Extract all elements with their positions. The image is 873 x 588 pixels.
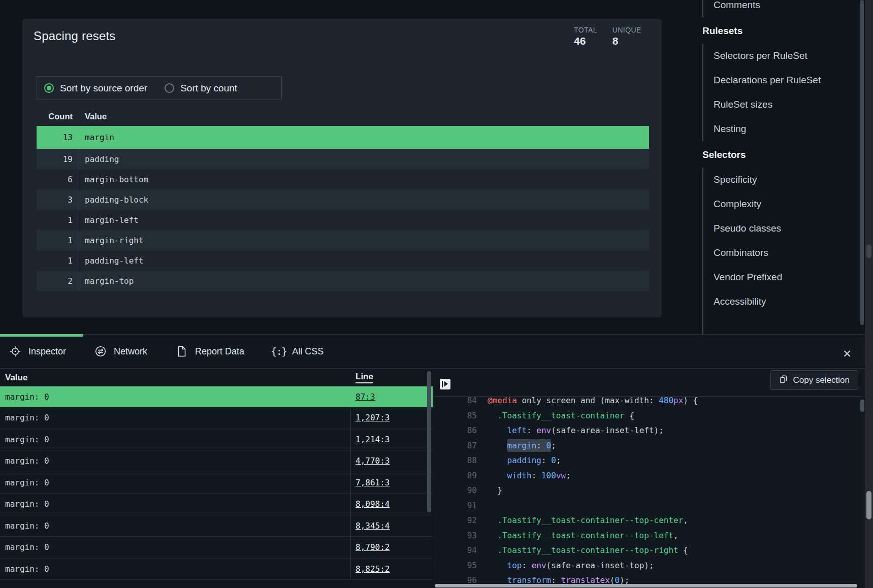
row-value: padding-block <box>73 195 148 205</box>
table-row[interactable]: 6margin-bottom <box>37 169 649 189</box>
tab-inspector[interactable]: Inspector <box>9 345 66 357</box>
sidebar-item-complexity[interactable]: Complexity <box>714 192 863 216</box>
code-token <box>488 471 507 480</box>
table-row[interactable]: margin: 07,861:3 <box>0 472 433 494</box>
sidebar-item-pseudo-classes[interactable]: Pseudo classes <box>714 216 863 241</box>
sidebar-item-specificity[interactable]: Specificity <box>714 168 863 192</box>
row-value: margin: 0 <box>0 478 49 487</box>
line-column-header[interactable]: Line <box>355 372 373 383</box>
value-table-scrollbar[interactable] <box>427 371 431 512</box>
table-row[interactable]: 1margin-left <box>37 210 649 230</box>
row-value: margin: 0 <box>0 521 49 531</box>
page-scrollbar[interactable] <box>865 0 873 588</box>
page-scrollbar-thumb[interactable] <box>866 491 871 519</box>
code-token: env <box>532 561 546 570</box>
value-column-header: Value <box>73 112 107 121</box>
table-row[interactable]: 1margin-right <box>37 230 649 250</box>
sidebar-item-accessibility[interactable]: Accessibility <box>714 289 863 314</box>
line-link[interactable]: 8,345:4 <box>355 521 390 531</box>
copy-icon <box>779 375 788 385</box>
code-token: ; <box>566 471 571 480</box>
code-text: @media only screen and (max-width: 480px… <box>477 397 698 408</box>
sidebar-group: SpecificityComplexityPseudo classesCombi… <box>702 168 863 334</box>
code-token: ; <box>556 455 561 465</box>
column-divider <box>350 515 351 537</box>
column-divider <box>79 169 79 189</box>
sidebar-item-comments[interactable]: Comments <box>714 0 863 17</box>
tab-network[interactable]: Network <box>94 345 147 357</box>
sidebar-item-selectors-per-ruleset[interactable]: Selectors per RuleSet <box>714 44 863 68</box>
table-row[interactable]: margin: 01,207:3 <box>0 407 433 429</box>
line-link[interactable]: 87:3 <box>355 392 375 402</box>
table-row[interactable]: margin: 04,770:3 <box>0 450 433 472</box>
sidebar-item-declarations-per-ruleset[interactable]: Declarations per RuleSet <box>714 68 863 92</box>
code-token: top <box>507 561 522 570</box>
line-link[interactable]: 8,790:2 <box>355 542 390 552</box>
row-count: 6 <box>37 175 73 184</box>
code-token: only screen and (max-width: <box>517 397 659 405</box>
spacing-table-header: Count Value <box>37 107 649 126</box>
code-token: , <box>683 515 688 525</box>
sidebar-scrollbar[interactable] <box>860 0 864 325</box>
code-token: 0 <box>546 439 552 452</box>
code-viewer[interactable]: 84@media only screen and (max-width: 480… <box>434 397 865 588</box>
table-row[interactable]: 2margin-top <box>37 271 649 291</box>
column-divider <box>350 407 351 429</box>
code-text: .Toastify__toast-container--top-right { <box>477 543 688 558</box>
code-text: } <box>477 483 502 498</box>
copy-selection-button[interactable]: Copy selection <box>770 370 858 390</box>
table-row[interactable]: 1padding-left <box>37 250 649 271</box>
tab-report-data[interactable]: Report Data <box>176 345 244 357</box>
table-row[interactable]: 19padding <box>37 149 649 169</box>
code-token: : <box>527 426 536 435</box>
line-link[interactable]: 4,770:3 <box>355 456 390 466</box>
tab-all-css[interactable]: {:}All CSS <box>273 345 324 357</box>
tab-label: All CSS <box>292 346 324 357</box>
line-link[interactable]: 1,207:3 <box>355 413 390 422</box>
sidebar-item-vendor-prefixed[interactable]: Vendor Prefixed <box>714 265 863 289</box>
code-token: ) { <box>683 397 698 405</box>
table-row[interactable]: margin: 087:3 <box>0 386 433 407</box>
code-horizontal-scrollbar[interactable] <box>435 584 857 587</box>
table-row[interactable]: margin: 01,214:3 <box>0 429 433 451</box>
section-header-rulesets: Rulesets <box>702 23 863 39</box>
table-row[interactable]: 13margin <box>37 126 649 149</box>
column-divider <box>79 189 79 210</box>
code-token: left <box>507 426 527 435</box>
sidebar-item-ruleset-sizes[interactable]: RuleSet sizes <box>714 92 863 117</box>
code-token <box>488 515 497 525</box>
column-divider <box>79 250 79 271</box>
line-link[interactable]: 8,825:2 <box>355 564 390 574</box>
code-vertical-scrollbar[interactable] <box>860 400 864 412</box>
code-token: @media <box>488 397 517 405</box>
code-token: .Toastify__toast-container <box>497 411 624 420</box>
code-token: { <box>678 545 688 555</box>
table-row[interactable]: margin: 08,825:2 <box>0 559 433 580</box>
expand-pane-icon[interactable] <box>440 379 450 389</box>
sort-radio[interactable]: Sort by count <box>165 83 237 94</box>
stat-value: 8 <box>612 35 641 47</box>
table-row[interactable]: margin: 08,345:4 <box>0 515 433 537</box>
value-column-header: Value <box>0 373 27 383</box>
page-scrollbar-thumb-upper[interactable] <box>866 245 871 258</box>
inspector-tabbar: InspectorNetworkReport Data{:}All CSS <box>0 334 865 369</box>
code-token: , <box>673 531 678 540</box>
sort-radio[interactable]: Sort by source order <box>44 83 147 94</box>
code-line: 85 .Toastify__toast-container { <box>434 408 865 423</box>
table-row[interactable]: margin: 08,790:2 <box>0 537 433 559</box>
code-token: 480 <box>659 397 673 405</box>
active-tab-indicator <box>0 334 83 337</box>
sidebar: CommentsRulesetsSelectors per RuleSetDec… <box>702 0 863 334</box>
code-token <box>488 531 497 540</box>
line-link[interactable]: 1,214:3 <box>355 435 390 444</box>
close-icon[interactable]: ✕ <box>840 347 854 361</box>
code-line: 84@media only screen and (max-width: 480… <box>434 397 865 408</box>
card-stats: TOTAL46UNIQUE8 <box>574 26 641 47</box>
row-count: 19 <box>37 154 73 164</box>
sidebar-item-nesting[interactable]: Nesting <box>714 117 863 141</box>
table-row[interactable]: 3padding-block <box>37 189 649 210</box>
line-link[interactable]: 8,098:4 <box>355 499 390 509</box>
table-row[interactable]: margin: 08,098:4 <box>0 494 433 515</box>
sidebar-item-combinators[interactable]: Combinators <box>714 241 863 265</box>
line-link[interactable]: 7,861:3 <box>355 478 390 487</box>
